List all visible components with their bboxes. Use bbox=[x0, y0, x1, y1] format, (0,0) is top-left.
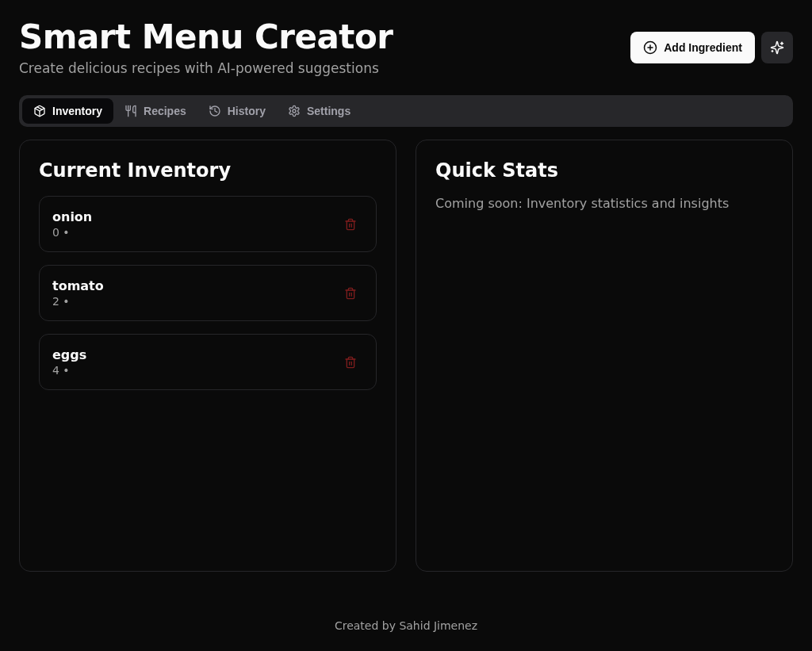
tab-inventory-label: Inventory bbox=[52, 105, 102, 117]
stats-heading: Quick Stats bbox=[435, 159, 773, 182]
tab-history[interactable]: History bbox=[197, 98, 277, 124]
tab-inventory[interactable]: Inventory bbox=[22, 98, 113, 124]
inventory-card: Current Inventory onion0 • tomato2 • egg… bbox=[19, 140, 396, 572]
add-ingredient-label: Add Ingredient bbox=[664, 41, 742, 54]
page-title: Smart Menu Creator bbox=[19, 19, 393, 56]
plus-circle-icon bbox=[643, 40, 657, 55]
stats-card: Quick Stats Coming soon: Inventory stati… bbox=[416, 140, 793, 572]
tab-recipes[interactable]: Recipes bbox=[113, 98, 197, 124]
sparkles-icon bbox=[770, 40, 784, 55]
inventory-item-name: eggs bbox=[52, 347, 86, 362]
settings-icon bbox=[288, 105, 301, 117]
inventory-item: tomato2 • bbox=[39, 265, 377, 321]
delete-item-button[interactable] bbox=[338, 281, 363, 306]
history-icon bbox=[209, 105, 221, 117]
inventory-item-meta: 0 • bbox=[52, 226, 92, 239]
add-ingredient-button[interactable]: Add Ingredient bbox=[630, 32, 755, 63]
inventory-item-name: tomato bbox=[52, 278, 104, 293]
trash-icon bbox=[344, 218, 357, 231]
trash-icon bbox=[344, 356, 357, 369]
footer-text: Created by Sahid Jimenez bbox=[19, 619, 793, 632]
utensils-icon bbox=[124, 105, 137, 117]
sparkles-button[interactable] bbox=[761, 32, 793, 63]
svg-point-1 bbox=[293, 109, 296, 113]
tab-list: Inventory Recipes History bbox=[19, 95, 793, 127]
inventory-item-meta: 4 • bbox=[52, 364, 86, 377]
inventory-item-name: onion bbox=[52, 209, 92, 224]
stats-body: Coming soon: Inventory statistics and in… bbox=[435, 196, 773, 211]
tab-settings[interactable]: Settings bbox=[277, 98, 362, 124]
tab-settings-label: Settings bbox=[307, 105, 350, 117]
inventory-item: eggs4 • bbox=[39, 334, 377, 390]
package-icon bbox=[33, 105, 46, 117]
tab-recipes-label: Recipes bbox=[144, 105, 186, 117]
inventory-heading: Current Inventory bbox=[39, 159, 377, 182]
inventory-item-meta: 2 • bbox=[52, 295, 104, 308]
trash-icon bbox=[344, 287, 357, 300]
inventory-item: onion0 • bbox=[39, 196, 377, 252]
delete-item-button[interactable] bbox=[338, 212, 363, 237]
page-subtitle: Create delicious recipes with AI-powered… bbox=[19, 60, 393, 76]
tab-history-label: History bbox=[228, 105, 266, 117]
delete-item-button[interactable] bbox=[338, 350, 363, 375]
